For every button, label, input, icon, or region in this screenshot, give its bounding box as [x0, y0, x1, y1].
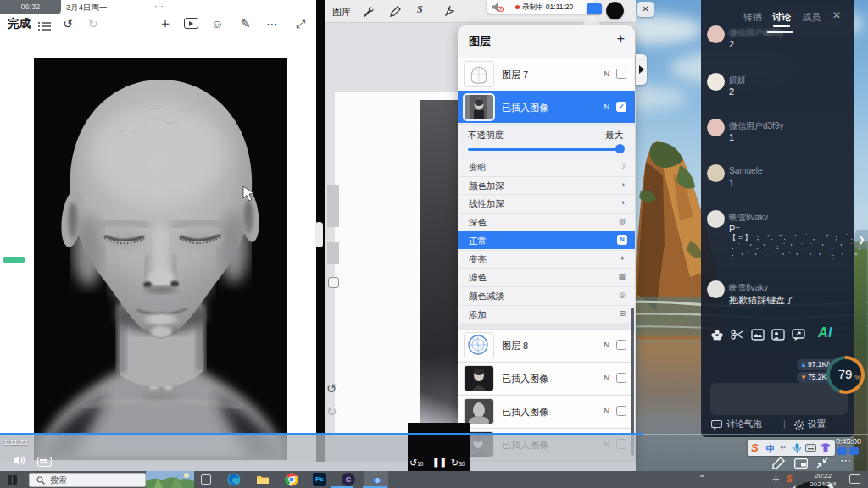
panel-collapse-chevron[interactable]: ❯ [855, 230, 868, 249]
player-more-icon[interactable]: ⋯ [840, 454, 851, 467]
side-panel-tab[interactable] [636, 54, 647, 85]
layer-row[interactable]: 已插入图像 N [458, 395, 635, 427]
blend-mode-row[interactable]: 线性加深 ◗ [458, 194, 635, 213]
avatar[interactable] [707, 164, 725, 182]
taskbar-clock[interactable]: 20:22 2024/3/4 [803, 472, 843, 488]
bubble-toggle-label[interactable]: 讨论气泡 [726, 419, 762, 430]
blend-mode-row[interactable]: 深色 ◍ [458, 213, 635, 231]
tray-sogou-icon[interactable]: S [787, 474, 793, 484]
gallery-button[interactable]: 图库 [332, 6, 351, 19]
layer-visibility-checkbox[interactable] [616, 340, 626, 350]
chrome-icon[interactable] [285, 473, 298, 486]
layer-row[interactable]: 已插入图像 N ✓ [458, 91, 635, 123]
pen-icon[interactable]: ✎ [241, 16, 251, 31]
scissors-icon[interactable] [731, 329, 744, 341]
tab-members[interactable]: 成员 [802, 11, 821, 24]
expand-icon[interactable]: ⤢ [296, 16, 305, 31]
layer-row[interactable]: 图层 8 N [458, 329, 635, 361]
pause-button[interactable]: ❚❚ [432, 458, 447, 467]
settings-label[interactable]: 设置 [808, 419, 826, 430]
layer-blend-mode[interactable]: N [604, 374, 610, 382]
head-render-canvas[interactable] [34, 58, 287, 460]
skin-icon[interactable] [821, 443, 831, 452]
notes-more-icon[interactable]: ⋯ [154, 1, 164, 12]
settings-icon[interactable] [794, 420, 804, 430]
done-button[interactable]: 完成 [8, 16, 31, 31]
tray-plus-icon[interactable]: ✛ [772, 474, 779, 484]
layer-row[interactable]: 图层 7 N [458, 58, 635, 90]
layer-visibility-checkbox[interactable]: ✓ [616, 102, 626, 112]
mic-icon[interactable] [793, 443, 801, 453]
avatar[interactable] [707, 25, 725, 43]
avatar[interactable] [707, 280, 725, 298]
tab-relay[interactable]: 转播 [743, 11, 762, 24]
forward-button[interactable]: ↻30 [451, 458, 465, 469]
pip-icon[interactable] [794, 458, 808, 469]
selection-icon[interactable]: S [417, 3, 423, 16]
folder-icon[interactable] [256, 473, 270, 486]
more-icon[interactable]: ⋯ [266, 16, 278, 31]
pinyin-icon[interactable]: 中 [766, 443, 775, 455]
layer-blend-mode[interactable]: N [604, 341, 610, 349]
edge-icon[interactable] [227, 473, 241, 486]
image-icon[interactable] [751, 329, 765, 341]
tab-discussion[interactable]: 讨论 [772, 11, 791, 24]
rewind-button[interactable]: ↺10 [409, 458, 423, 469]
search-box[interactable]: 搜索 [29, 473, 146, 487]
modify-button[interactable] [328, 277, 339, 288]
layer-visibility-checkbox[interactable] [616, 69, 626, 79]
blend-mode-row[interactable]: 颜色加深 ◖ [458, 176, 635, 195]
emoji-icon[interactable]: ☺ [211, 16, 223, 31]
share-bubble-icon[interactable] [792, 329, 805, 341]
chat-input[interactable] [710, 383, 848, 415]
redo-icon[interactable]: ↻ [88, 16, 98, 31]
collapse-icon[interactable] [816, 458, 828, 469]
video-icon[interactable] [184, 18, 198, 29]
paw-icon[interactable]: ●• [780, 444, 786, 450]
chat-close-icon[interactable]: ✕ [832, 9, 841, 21]
blend-mode-row[interactable]: 颜色减淡 ◎ [458, 286, 635, 305]
avatar[interactable] [707, 73, 725, 91]
undo-icon[interactable]: ↺ [63, 16, 73, 31]
selected-tool-button[interactable] [587, 3, 602, 14]
layer-visibility-checkbox[interactable] [616, 373, 626, 383]
muted-speaker-icon[interactable] [492, 3, 504, 12]
blend-mode-row[interactable]: 滤色 ▦ [458, 268, 635, 286]
notification-icon[interactable] [849, 474, 860, 484]
photoshop-icon[interactable]: Ps [313, 473, 326, 486]
close-button[interactable]: ✕ [637, 2, 654, 17]
opacity-slider[interactable] [468, 148, 619, 151]
layer-visibility-checkbox[interactable] [616, 406, 626, 416]
blend-mode-row[interactable]: 变亮 ✦ [458, 250, 635, 269]
redo-icon[interactable]: ↻ [326, 404, 337, 419]
brush-opacity-slider[interactable] [327, 242, 339, 264]
blend-mode-row[interactable]: 正常 N [458, 231, 635, 250]
list-icon[interactable] [38, 19, 51, 34]
layer-blend-mode[interactable]: N [604, 103, 610, 111]
avatar[interactable] [707, 119, 725, 136]
blend-mode-row[interactable]: 添加 ⊞ [458, 305, 635, 324]
tray-chevron-icon[interactable]: ⌃ [698, 474, 705, 483]
divider-handle[interactable] [315, 222, 323, 247]
transform-icon[interactable] [444, 5, 455, 16]
portrait-icon[interactable] [771, 329, 785, 341]
start-button[interactable] [8, 475, 17, 485]
layer-row[interactable]: 已插入图像 N [458, 362, 635, 394]
flower-icon[interactable] [710, 329, 724, 341]
barrage-icon[interactable] [37, 457, 52, 467]
color-swatch[interactable] [606, 2, 624, 19]
adjustments-icon[interactable] [390, 6, 401, 17]
weather-widget[interactable] [146, 471, 194, 488]
c-app-icon[interactable]: C [342, 473, 355, 486]
sogou-logo[interactable]: S [751, 441, 759, 454]
eye-app-icon[interactable] [370, 474, 384, 487]
volume-icon[interactable] [14, 455, 26, 466]
add-icon[interactable]: ＋ [159, 16, 172, 31]
actions-icon[interactable] [363, 6, 374, 17]
layer-blend-mode[interactable]: N [604, 407, 610, 415]
ai-button[interactable]: AI [818, 325, 832, 341]
blend-mode-row[interactable]: 变暗 ☽ [458, 158, 635, 176]
avatar[interactable] [707, 210, 725, 228]
pencil-icon[interactable] [772, 457, 785, 469]
undo-icon[interactable]: ↺ [326, 381, 337, 396]
